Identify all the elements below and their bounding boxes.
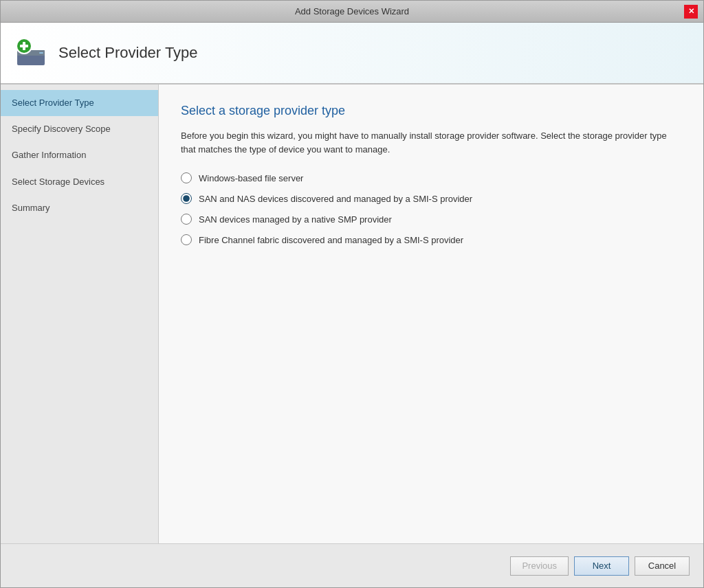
content-title: Select a storage provider type [181, 104, 681, 118]
option-san-nas-smis[interactable]: SAN and NAS devices discovered and manag… [181, 193, 681, 204]
radio-san-nas-smis[interactable] [181, 193, 192, 204]
option-san-smp[interactable]: SAN devices managed by a native SMP prov… [181, 214, 681, 225]
radio-windows-file-server[interactable] [181, 172, 192, 183]
option-san-smp-label: SAN devices managed by a native SMP prov… [199, 214, 392, 225]
option-windows-file-server[interactable]: Windows-based file server [181, 172, 681, 183]
sidebar-item-summary[interactable]: Summary [1, 195, 158, 221]
svg-rect-2 [39, 52, 43, 54]
content-description: Before you begin this wizard, you might … [181, 129, 676, 156]
provider-type-radio-group: Windows-based file server SAN and NAS de… [181, 172, 681, 245]
option-fibre-label: Fibre Channel fabric discovered and mana… [199, 235, 463, 245]
wizard-footer: Previous Next Cancel [1, 543, 703, 587]
option-fibre-channel[interactable]: Fibre Channel fabric discovered and mana… [181, 234, 681, 245]
option-windows-label: Windows-based file server [199, 173, 303, 183]
close-button[interactable]: ✕ [684, 5, 698, 19]
storage-add-icon [14, 36, 47, 69]
wizard-header: Select Provider Type [1, 23, 703, 84]
sidebar-item-gather-information[interactable]: Gather Information [1, 142, 158, 168]
window-title: Add Storage Devices Wizard [20, 6, 684, 16]
radio-fibre-channel[interactable] [181, 234, 192, 245]
next-button[interactable]: Next [574, 556, 629, 576]
option-san-nas-label: SAN and NAS devices discovered and manag… [199, 194, 472, 204]
previous-button[interactable]: Previous [510, 556, 569, 576]
content-area: Select a storage provider type Before yo… [159, 84, 703, 543]
sidebar: Select Provider Type Specify Discovery S… [1, 84, 159, 543]
sidebar-item-select-provider-type[interactable]: Select Provider Type [1, 90, 158, 116]
sidebar-item-specify-discovery-scope[interactable]: Specify Discovery Scope [1, 116, 158, 142]
sidebar-item-select-storage-devices[interactable]: Select Storage Devices [1, 169, 158, 195]
svg-rect-6 [20, 45, 28, 47]
title-bar: Add Storage Devices Wizard ✕ [1, 1, 703, 23]
radio-san-smp[interactable] [181, 214, 192, 225]
header-icon [14, 36, 47, 69]
page-title: Select Provider Type [58, 44, 198, 62]
wizard-window: Add Storage Devices Wizard ✕ Select Prov… [0, 0, 704, 588]
cancel-button[interactable]: Cancel [635, 556, 690, 576]
wizard-body: Select Provider Type Specify Discovery S… [1, 84, 703, 543]
